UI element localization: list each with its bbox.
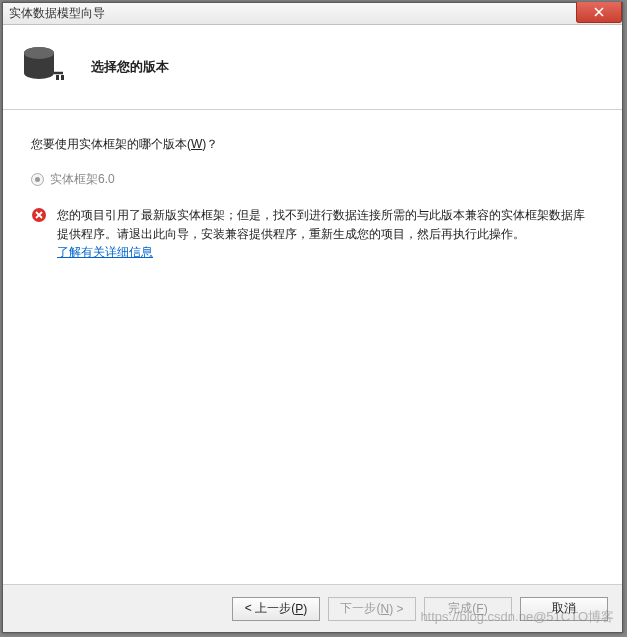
- cancel-button[interactable]: 取消: [520, 597, 608, 621]
- database-icon: [21, 43, 69, 91]
- svg-point-1: [24, 47, 54, 59]
- close-icon: [594, 7, 604, 17]
- radio-icon: [31, 173, 44, 186]
- finish-button: 完成(F): [424, 597, 512, 621]
- previous-button[interactable]: < 上一步(P): [232, 597, 320, 621]
- wizard-header: 选择您的版本: [3, 25, 622, 110]
- content-area: 您要使用实体框架的哪个版本(W)？ 实体框架6.0 您的项目引用了最新版实体框架…: [3, 110, 622, 272]
- header-title: 选择您的版本: [91, 58, 169, 76]
- version-question: 您要使用实体框架的哪个版本(W)？: [31, 136, 594, 153]
- error-icon: [31, 207, 47, 223]
- window-title: 实体数据模型向导: [9, 5, 105, 22]
- wizard-footer: < 上一步(P) 下一步(N) > 完成(F) 取消: [3, 584, 622, 632]
- learn-more-link[interactable]: 了解有关详细信息: [57, 245, 153, 259]
- titlebar: 实体数据模型向导: [3, 3, 622, 25]
- error-text-block: 您的项目引用了最新版实体框架；但是，找不到进行数据连接所需的与此版本兼容的实体框…: [57, 206, 594, 262]
- next-button: 下一步(N) >: [328, 597, 416, 621]
- radio-label: 实体框架6.0: [50, 171, 115, 188]
- svg-rect-3: [61, 75, 64, 80]
- close-button[interactable]: [576, 2, 622, 23]
- version-radio-ef6: 实体框架6.0: [31, 171, 594, 188]
- error-message: 您的项目引用了最新版实体框架；但是，找不到进行数据连接所需的与此版本兼容的实体框…: [31, 206, 594, 262]
- svg-rect-2: [56, 75, 59, 80]
- wizard-window: 实体数据模型向导 选择您的版本 您要使用实体框架的哪个版本(W)？ 实体框架6.…: [2, 2, 623, 633]
